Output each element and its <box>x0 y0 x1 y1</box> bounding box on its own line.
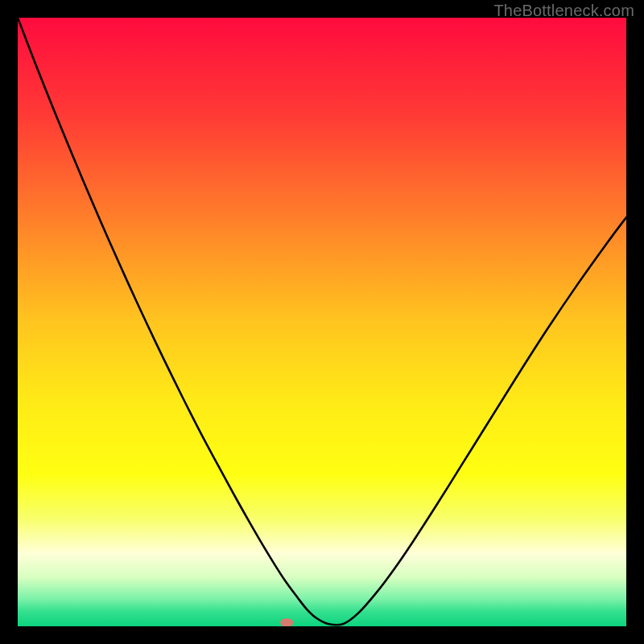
watermark-text: TheBottleneck.com <box>493 2 634 20</box>
plot-area <box>18 18 626 626</box>
chart-frame: TheBottleneck.com <box>0 0 644 644</box>
gradient-background <box>18 18 626 626</box>
chart-svg <box>18 18 626 626</box>
